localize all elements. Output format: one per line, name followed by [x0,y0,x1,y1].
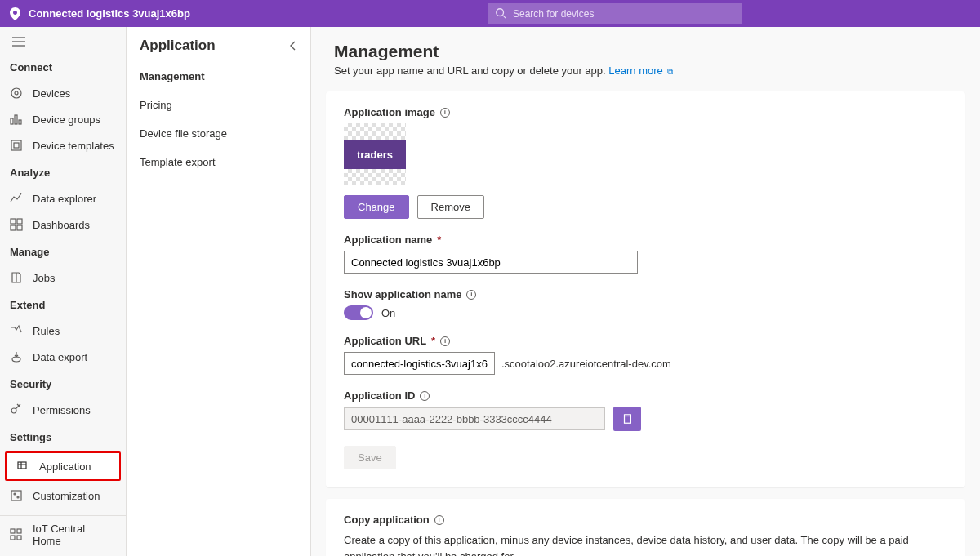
nav-group-analyze: Analyze [0,158,126,185]
info-icon[interactable]: i [440,108,450,118]
change-button[interactable]: Change [344,195,409,219]
sidebar-item-label: Dashboards [33,219,90,231]
svg-rect-22 [11,529,15,533]
page-subtitle: Set your app name and URL and copy or de… [334,64,957,77]
learn-more-link[interactable]: Learn more ⧉ [608,64,673,77]
sidebar-item-dashboards[interactable]: Dashboards [0,211,126,238]
app-id-input [344,407,605,430]
data-explorer-icon [10,192,23,205]
device-groups-icon [10,113,23,126]
app-image-label: Application image [344,106,435,118]
svg-rect-10 [11,140,21,150]
sidebar-item-label: Rules [33,325,60,337]
sidebar-right-title: Application [140,38,216,54]
jobs-icon [10,271,23,284]
device-templates-icon [10,139,23,152]
sidebar-item-device-groups[interactable]: Device groups [0,106,126,132]
app-header: Connected logistics 3vuaj1x6bp [0,0,980,27]
sub-item-device-file-storage[interactable]: Device file storage [127,119,310,148]
svg-point-5 [11,88,21,98]
app-name-label: Application name [344,234,432,246]
copy-app-title: Copy application [344,514,430,526]
sidebar-item-label: Data explorer [33,193,96,205]
svg-rect-18 [18,462,26,469]
sidebar-item-device-templates[interactable]: Device templates [0,132,126,158]
sidebar-item-rules[interactable]: Rules [0,318,126,344]
svg-point-6 [15,91,18,95]
sub-item-management[interactable]: Management [127,62,310,91]
sidebar-item-jobs[interactable]: Jobs [0,265,126,291]
svg-line-1 [503,15,506,18]
remove-button[interactable]: Remove [417,195,484,219]
search-icon [495,7,506,19]
save-button: Save [344,446,396,469]
nav-group-extend: Extend [0,291,126,318]
dashboards-icon [10,218,23,231]
app-url-input[interactable] [344,352,495,375]
app-image: traders [344,140,406,169]
sidebar-item-data-export[interactable]: Data export [0,344,126,370]
copy-icon [621,413,633,425]
svg-rect-19 [11,491,21,500]
show-name-label: Show application name [344,288,461,300]
external-link-icon: ⧉ [667,67,673,76]
nav-group-manage: Manage [0,238,126,265]
show-name-toggle[interactable] [344,305,373,320]
copy-id-button[interactable] [613,407,641,431]
info-icon[interactable]: i [434,515,444,525]
sidebar-item-label: Customization [33,490,100,502]
sidebar-item-devices[interactable]: Devices [0,80,126,106]
svg-rect-25 [17,536,21,540]
page-title: Management [334,42,957,61]
nav-group-settings: Settings [0,423,126,450]
sidebar-item-data-explorer[interactable]: Data explorer [0,185,126,211]
svg-rect-23 [17,529,21,533]
home-icon [10,528,23,541]
sidebar-item-iot-central-home[interactable]: IoT Central Home [0,516,126,554]
search-input[interactable] [488,3,742,24]
svg-rect-24 [11,536,15,540]
management-card: Application image i traders Change Remov… [326,91,965,487]
sub-item-pricing[interactable]: Pricing [127,91,310,119]
required-asterisk: * [437,234,441,246]
nav-group-security: Security [0,370,126,397]
nav-group-connect: Connect [0,53,126,80]
page-subtitle-text: Set your app name and URL and copy or de… [334,64,608,77]
svg-point-0 [497,8,504,16]
svg-point-20 [14,493,16,495]
svg-rect-11 [14,143,19,148]
hamburger-button[interactable] [0,27,126,53]
sidebar-item-application[interactable]: Application [7,453,119,479]
permissions-icon [10,403,23,416]
header-title: Connected logistics 3vuaj1x6bp [29,7,190,20]
toggle-state: On [381,307,395,319]
info-icon[interactable]: i [420,391,430,401]
sub-item-template-export[interactable]: Template export [127,148,310,176]
rules-icon [10,324,23,337]
sidebar-item-permissions[interactable]: Permissions [0,397,126,423]
sidebar-item-label: Devices [33,87,70,100]
sidebar-item-label: Device groups [33,113,100,126]
svg-rect-26 [625,416,631,424]
app-id-label: Application ID [344,389,415,402]
app-name-input[interactable] [344,251,638,274]
svg-rect-15 [17,225,22,230]
svg-rect-8 [15,115,17,124]
sidebar-item-label: IoT Central Home [33,523,116,547]
chevron-left-icon[interactable] [289,40,297,51]
data-export-icon [10,350,23,363]
app-image-preview: traders [344,123,947,185]
url-suffix: .scootaloo2.azureiotcentral-dev.com [501,358,671,370]
sidebar-item-label: Application [39,460,91,473]
copy-application-card: Copy application i Create a copy of this… [326,499,965,556]
application-icon [16,460,29,473]
location-icon [10,7,20,20]
svg-rect-9 [19,120,21,124]
info-icon[interactable]: i [440,336,450,346]
copy-app-description: Create a copy of this application, minus… [344,532,947,556]
info-icon[interactable]: i [466,290,476,300]
sidebar-left: Connect Devices Device groups Device tem… [0,27,127,556]
sidebar-item-customization[interactable]: Customization [0,483,126,509]
svg-point-21 [17,496,19,498]
sidebar-item-label: Permissions [33,404,91,416]
